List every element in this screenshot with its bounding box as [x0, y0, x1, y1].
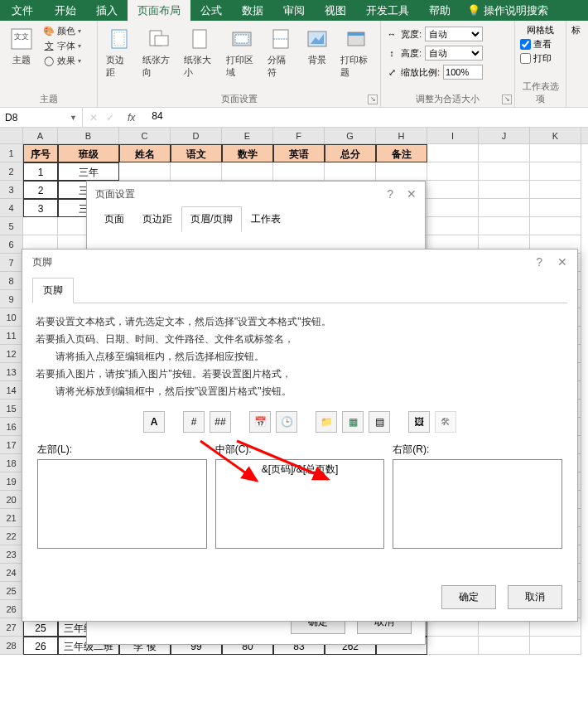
page-setup-launcher[interactable]: ↘	[368, 94, 378, 104]
tab-file[interactable]: 文件	[0, 0, 45, 21]
tell-me[interactable]: 💡操作说明搜索	[460, 0, 555, 21]
cell[interactable]	[376, 162, 427, 181]
help-icon[interactable]: ?	[536, 255, 542, 269]
name-box[interactable]: D8▼	[0, 108, 83, 127]
cell[interactable]	[171, 162, 222, 181]
cell[interactable]	[530, 181, 581, 199]
row-header[interactable]: 19	[0, 472, 23, 491]
row-header[interactable]: 28	[0, 637, 23, 655]
gridlines-print[interactable]: 打印	[520, 52, 561, 65]
print-area-button[interactable]: 打印区域	[223, 24, 261, 80]
row-header[interactable]: 11	[0, 327, 23, 345]
cell[interactable]	[427, 144, 479, 162]
row-header[interactable]: 25	[0, 582, 23, 600]
cancel-formula-icon[interactable]: ✕	[89, 112, 98, 124]
col-header[interactable]: B	[58, 128, 119, 143]
orientation-button[interactable]: 纸张方向	[139, 24, 177, 80]
cell[interactable]	[427, 217, 479, 235]
col-header[interactable]: J	[479, 128, 530, 143]
cell[interactable]	[530, 637, 581, 655]
row-header[interactable]: 23	[0, 545, 23, 564]
cell[interactable]	[427, 199, 479, 217]
tab-help[interactable]: 帮助	[419, 0, 460, 21]
footer-cancel-button[interactable]: 取消	[508, 585, 562, 609]
row-header[interactable]: 26	[0, 600, 23, 618]
cell[interactable]	[479, 217, 530, 235]
insert-file-path-button[interactable]: 📁	[316, 411, 337, 433]
margins-button[interactable]: 页边距	[103, 24, 136, 80]
tab-review[interactable]: 审阅	[273, 0, 315, 21]
insert-file-name-button[interactable]: ▦	[342, 411, 364, 433]
row-header[interactable]: 20	[0, 491, 23, 509]
table-header-cell[interactable]: 数学	[222, 144, 273, 162]
ps-tab-page[interactable]: 页面	[95, 206, 133, 232]
row-header[interactable]: 10	[0, 308, 23, 327]
cell[interactable]: 1	[23, 162, 58, 181]
footer-ok-button[interactable]: 确定	[441, 585, 496, 609]
row-header[interactable]: 6	[0, 235, 23, 254]
col-header[interactable]: F	[273, 128, 325, 143]
tab-page-layout[interactable]: 页面布局	[128, 0, 190, 21]
insert-sheet-name-button[interactable]: ▤	[369, 411, 390, 433]
row-header[interactable]: 7	[0, 254, 23, 272]
formula-input[interactable]: 84	[147, 108, 588, 127]
row-header[interactable]: 16	[0, 418, 23, 436]
gridlines-view[interactable]: 查看	[520, 38, 561, 51]
close-icon[interactable]: ✕	[557, 255, 567, 269]
ps-tab-hf[interactable]: 页眉/页脚	[181, 206, 242, 232]
row-header[interactable]: 8	[0, 272, 23, 290]
row-header[interactable]: 21	[0, 509, 23, 527]
row-header[interactable]: 2	[0, 162, 23, 181]
row-header[interactable]: 22	[0, 527, 23, 545]
themes-button[interactable]: 文文 主题	[5, 24, 38, 68]
zoom-input[interactable]	[443, 65, 483, 80]
cell[interactable]	[222, 162, 273, 181]
col-header[interactable]: E	[222, 128, 273, 143]
tab-dev[interactable]: 开发工具	[356, 0, 419, 21]
cell[interactable]	[427, 637, 479, 655]
print-titles-button[interactable]: 打印标题	[337, 24, 375, 80]
size-button[interactable]: 纸张大小	[181, 24, 219, 80]
scale-launcher[interactable]: ↘	[502, 94, 512, 104]
row-header[interactable]: 4	[0, 199, 23, 217]
cell[interactable]	[479, 637, 530, 655]
cell[interactable]: 3	[23, 199, 58, 217]
row-header[interactable]: 24	[0, 564, 23, 582]
row-header[interactable]: 12	[0, 345, 23, 363]
table-header-cell[interactable]: 总分	[325, 144, 376, 162]
cell[interactable]	[479, 199, 530, 217]
theme-colors[interactable]: 🎨颜色▾	[41, 24, 83, 38]
cell[interactable]	[273, 162, 325, 181]
col-header[interactable]: C	[119, 128, 171, 143]
row-header[interactable]: 18	[0, 454, 23, 472]
footer-tab[interactable]: 页脚	[32, 278, 74, 303]
cell[interactable]	[479, 162, 530, 181]
tab-data[interactable]: 数据	[232, 0, 273, 21]
insert-page-number-button[interactable]: #	[183, 411, 205, 433]
tab-insert[interactable]: 插入	[86, 0, 128, 21]
right-section-input[interactable]	[393, 459, 562, 549]
col-header[interactable]: A	[23, 128, 58, 143]
insert-page-count-button[interactable]: ##	[210, 411, 231, 433]
theme-fonts[interactable]: 文字体▾	[41, 39, 83, 53]
table-header-cell[interactable]: 语文	[171, 144, 222, 162]
chevron-down-icon[interactable]: ▼	[70, 114, 77, 122]
background-button[interactable]: 背景	[301, 24, 334, 68]
cell[interactable]	[479, 144, 530, 162]
width-select[interactable]: 自动	[425, 27, 483, 41]
cell[interactable]	[479, 181, 530, 199]
cell[interactable]: 26	[23, 637, 58, 655]
fx-icon[interactable]: fx	[123, 112, 140, 124]
insert-picture-button[interactable]: 🖼	[408, 411, 430, 433]
col-header[interactable]: K	[530, 128, 581, 143]
row-header[interactable]: 9	[0, 290, 23, 308]
row-header[interactable]: 14	[0, 381, 23, 400]
table-header-cell[interactable]: 姓名	[119, 144, 171, 162]
cell[interactable]: 三年	[58, 162, 119, 181]
row-header[interactable]: 15	[0, 400, 23, 418]
cell[interactable]: 2	[23, 181, 58, 199]
cell[interactable]	[530, 217, 581, 235]
select-all-corner[interactable]	[0, 128, 23, 143]
ps-tab-sheet[interactable]: 工作表	[242, 206, 290, 232]
col-header[interactable]: G	[325, 128, 376, 143]
